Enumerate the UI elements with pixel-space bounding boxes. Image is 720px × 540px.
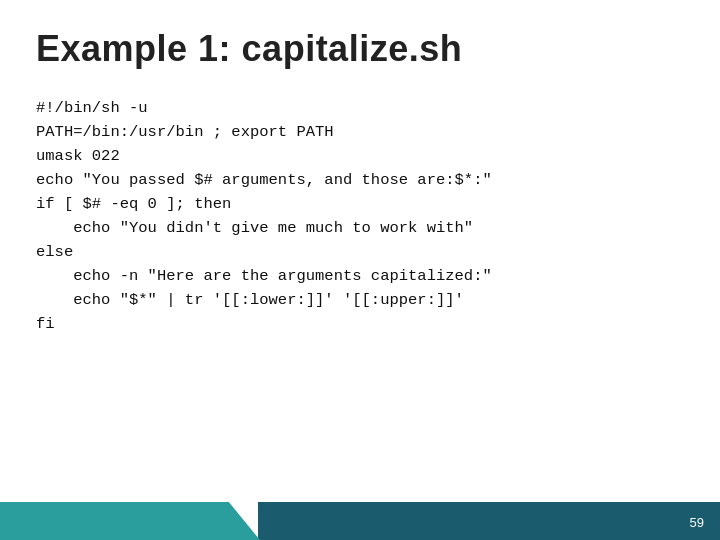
title-area: Example 1: capitalize.sh: [0, 0, 720, 86]
code-block: #!/bin/sh -u PATH=/bin:/usr/bin ; export…: [36, 96, 684, 336]
code-area: #!/bin/sh -u PATH=/bin:/usr/bin ; export…: [0, 86, 720, 346]
page-number: 59: [690, 515, 704, 530]
slide-title: Example 1: capitalize.sh: [36, 28, 684, 70]
bottom-bar: [0, 502, 720, 540]
slide-container: Example 1: capitalize.sh #!/bin/sh -u PA…: [0, 0, 720, 540]
bottom-dark-accent: [258, 502, 720, 540]
bottom-teal-accent: [0, 502, 260, 540]
